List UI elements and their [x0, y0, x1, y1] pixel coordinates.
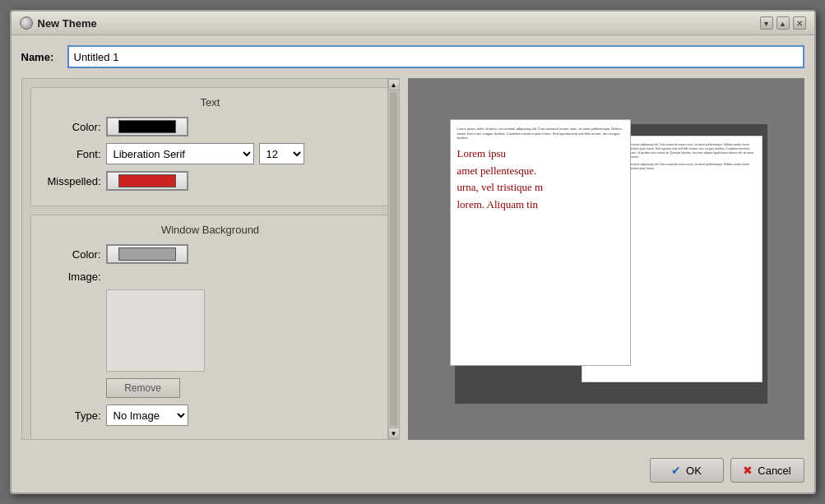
type-label: Type: — [39, 409, 101, 422]
text-section: Text Color: Font: Liberation Seri — [30, 87, 391, 206]
dialog-window: New Theme ▾ ▴ ✕ Name: Text — [10, 10, 816, 494]
close-button[interactable]: ✕ — [793, 16, 806, 30]
window-bg-section: Window Background Color: Image: — [30, 215, 391, 440]
window-bg-color-swatch — [118, 247, 176, 261]
name-input[interactable] — [67, 45, 804, 68]
scrollable-container: Text Color: Font: Liberation Seri — [21, 78, 400, 440]
misspelled-row: Misspelled: — [39, 171, 382, 191]
app-icon — [20, 16, 33, 30]
misspelled-label: Misspelled: — [39, 175, 101, 187]
scroll-up-arrow[interactable]: ▲ — [388, 79, 400, 90]
name-row: Name: — [21, 45, 804, 68]
text-section-title: Text — [39, 96, 382, 109]
titlebar: New Theme ▾ ▴ ✕ — [12, 12, 814, 35]
type-row: Type: No Image Tiled Centered Scaled — [39, 405, 382, 426]
image-label: Image: — [39, 270, 101, 283]
misspelled-color-button[interactable] — [106, 171, 188, 191]
size-select[interactable]: 891011 121416 — [259, 143, 304, 164]
cancel-icon: ✖ — [743, 464, 753, 477]
name-label: Name: — [21, 51, 63, 63]
font-select[interactable]: Liberation Serif Arial Times New Roman C… — [106, 143, 254, 164]
preview-document: Lorem ipsum dolor sit amet, consectetur … — [450, 119, 762, 399]
dialog-body: Name: Text Color: — [12, 35, 814, 450]
titlebar-left: New Theme — [20, 16, 97, 30]
ok-label: OK — [686, 465, 702, 477]
font-label: Font: — [39, 148, 101, 160]
window-bg-color-button[interactable] — [106, 244, 188, 264]
preview-small-text: Lorem ipsum dolor sit amet, consectetur … — [457, 127, 623, 141]
preview-page: Lorem ipsum dolor sit amet, consectetur … — [450, 119, 631, 366]
preview-area: Lorem ipsum dolor sit amet, consectetur … — [408, 78, 804, 440]
scroll-content: Text Color: Font: Liberation Seri — [22, 79, 399, 440]
left-panel: Text Color: Font: Liberation Seri — [21, 78, 400, 440]
ok-button[interactable]: ✔ OK — [650, 458, 724, 483]
text-color-button[interactable] — [106, 117, 188, 136]
type-select[interactable]: No Image Tiled Centered Scaled — [106, 405, 188, 426]
text-color-label: Color: — [39, 121, 101, 133]
image-row: Image: — [39, 270, 382, 283]
titlebar-buttons: ▾ ▴ ✕ — [760, 16, 806, 30]
scroll-down-arrow[interactable]: ▼ — [388, 428, 400, 439]
right-panel: Lorem ipsum dolor sit amet, consectetur … — [408, 78, 804, 440]
preview-large-text: Lorem ipsu amet pellentesque. urna, vel … — [457, 146, 623, 214]
image-placeholder — [106, 289, 205, 372]
misspelled-color-swatch — [118, 174, 176, 187]
text-color-swatch — [118, 120, 176, 133]
dialog-title: New Theme — [38, 17, 97, 30]
window-bg-color-label: Color: — [39, 248, 101, 261]
scroll-thumb[interactable] — [390, 92, 397, 426]
dialog-footer: ✔ OK ✖ Cancel — [12, 450, 814, 492]
minimize-button[interactable]: ▾ — [760, 16, 773, 30]
window-bg-color-row: Color: — [39, 244, 382, 264]
scrollbar[interactable]: ▲ ▼ — [387, 79, 399, 439]
content-area: Text Color: Font: Liberation Seri — [21, 78, 804, 440]
remove-label: Remove — [124, 382, 161, 394]
maximize-button[interactable]: ▴ — [776, 16, 790, 30]
font-row: Font: Liberation Serif Arial Times New R… — [39, 143, 382, 164]
cancel-button[interactable]: ✖ Cancel — [730, 458, 804, 483]
text-color-row: Color: — [39, 117, 382, 136]
remove-button[interactable]: Remove — [106, 378, 180, 398]
cancel-label: Cancel — [758, 465, 790, 477]
window-bg-title: Window Background — [39, 224, 382, 236]
ok-icon: ✔ — [671, 464, 681, 477]
